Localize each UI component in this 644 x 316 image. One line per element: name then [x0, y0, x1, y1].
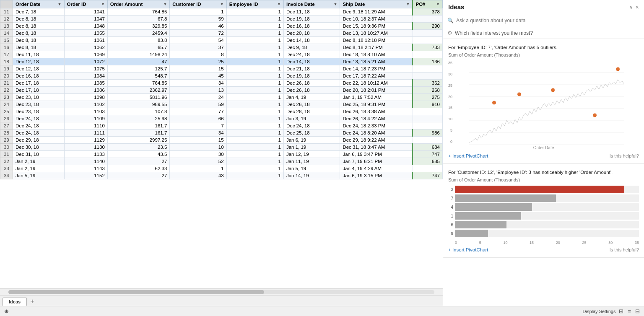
filter-icon-order-date[interactable]: ▼: [58, 2, 62, 6]
cell[interactable]: 1: [170, 8, 226, 16]
cell[interactable]: 268: [413, 87, 442, 94]
cell[interactable]: 25.98: [107, 115, 170, 122]
col-customer-id[interactable]: Customer ID▼: [170, 0, 226, 8]
cell[interactable]: 1: [226, 122, 283, 130]
cell[interactable]: Dec 14, 18: [283, 58, 340, 65]
cell[interactable]: Dec 24, 18: [13, 130, 65, 137]
cell[interactable]: Jan 5, 19: [283, 165, 340, 172]
cell[interactable]: Dec 26, 18 3:38 AM: [340, 108, 413, 115]
ideas-search-input[interactable]: [456, 18, 640, 23]
cell[interactable]: 764.85: [107, 8, 170, 16]
table-row[interactable]: 11Dec 7, 181041764.8511Dec 11, 18Dec 9, …: [0, 8, 443, 16]
table-row[interactable]: 25Dec 23, 181103107.8771Dec 28, 18Dec 26…: [0, 108, 443, 115]
cell[interactable]: 1: [226, 115, 283, 122]
cell[interactable]: 1: [226, 73, 283, 80]
ideas-fields-row[interactable]: ⚙ Which fields interest you the most?: [443, 27, 644, 39]
cell[interactable]: 1086: [64, 87, 107, 94]
cell[interactable]: 30: [170, 151, 226, 158]
cell[interactable]: 1048: [64, 23, 107, 30]
cell[interactable]: Dec 16, 18: [13, 73, 65, 80]
zoom-icon[interactable]: ⊟: [634, 308, 641, 314]
cell[interactable]: Dec 29, 18 9:22 AM: [340, 137, 413, 144]
cell[interactable]: Dec 24, 18 8:20 AM: [340, 130, 413, 137]
filter-icon-order-amount[interactable]: ▼: [163, 2, 167, 6]
cell[interactable]: 1: [226, 44, 283, 51]
cell[interactable]: Dec 26, 18: [283, 80, 340, 87]
cell[interactable]: Dec 13, 18 10:27 AM: [340, 30, 413, 37]
cell[interactable]: Dec 11, 18: [283, 8, 340, 16]
cell[interactable]: 52: [170, 158, 226, 165]
cell[interactable]: 378: [413, 8, 442, 16]
cell[interactable]: 62.33: [107, 165, 170, 172]
cell[interactable]: Dec 26, 18: [283, 87, 340, 94]
cell[interactable]: Dec 22, 18 10:12 AM: [340, 80, 413, 87]
cell[interactable]: 1: [226, 51, 283, 58]
cell[interactable]: 1: [226, 80, 283, 87]
cell[interactable]: 1: [226, 87, 283, 94]
grid-icon[interactable]: ⊞: [618, 308, 624, 314]
cell[interactable]: Jan 1, 19: [283, 144, 340, 151]
cell[interactable]: 362: [413, 80, 442, 87]
cell[interactable]: Dec 23, 18: [13, 94, 65, 101]
cell[interactable]: 1: [226, 137, 283, 144]
ideas-content[interactable]: For 'Employee ID: 7', 'Order Amount' has…: [443, 39, 644, 306]
cell[interactable]: 47: [107, 58, 170, 65]
cell[interactable]: Dec 14, 18: [283, 37, 340, 44]
cell[interactable]: 2362.97: [107, 87, 170, 94]
table-row[interactable]: 16Dec 8, 18106265.7371Dec 9, 18Dec 8, 18…: [0, 44, 443, 51]
col-invoice-date[interactable]: Invoice Date▼: [283, 0, 340, 8]
cell[interactable]: 34: [170, 130, 226, 137]
cell[interactable]: Dec 10, 18 2:37 AM: [340, 16, 413, 23]
cell[interactable]: Dec 25, 18: [283, 130, 340, 137]
ideas-close-button[interactable]: ×: [636, 4, 639, 10]
cell[interactable]: [413, 137, 442, 144]
cell[interactable]: 27: [107, 172, 170, 179]
cell[interactable]: 989.55: [107, 101, 170, 108]
cell[interactable]: 59: [170, 101, 226, 108]
cell[interactable]: Dec 8, 18 2:17 PM: [340, 44, 413, 51]
list-icon[interactable]: ≡: [627, 308, 632, 314]
table-row[interactable]: 13Dec 8, 181048329.85461Dec 16, 18Dec 15…: [0, 23, 443, 30]
cell[interactable]: Dec 8, 18: [13, 37, 65, 44]
table-row[interactable]: 34Jan 5, 19115227431Jan 14, 19Jan 6, 19 …: [0, 172, 443, 179]
table-row[interactable]: 27Dec 24, 181110161.771Dec 24, 18Dec 24,…: [0, 122, 443, 130]
cell[interactable]: Jan 14, 19: [283, 172, 340, 179]
horizontal-scrollbar[interactable]: [0, 288, 443, 295]
cell[interactable]: 1133: [64, 151, 107, 158]
cell[interactable]: Jan 5, 19: [13, 172, 65, 179]
cell[interactable]: 1061: [64, 37, 107, 44]
cell[interactable]: 1111: [64, 130, 107, 137]
cell[interactable]: Dec 17, 18 7:22 AM: [340, 73, 413, 80]
cell[interactable]: Dec 8, 18 12:18 PM: [340, 37, 413, 44]
col-order-amount[interactable]: Order Amount▼: [107, 0, 170, 8]
cell[interactable]: 15: [170, 137, 226, 144]
cell[interactable]: Dec 9, 18 11:29 AM: [340, 8, 413, 16]
cell[interactable]: 65.7: [107, 44, 170, 51]
cell[interactable]: 1: [226, 94, 283, 101]
cell[interactable]: 1: [226, 144, 283, 151]
cell[interactable]: 59: [170, 16, 226, 23]
table-row[interactable]: 33Jan 2, 19114362.3311Jan 5, 19Jan 4, 19…: [0, 165, 443, 172]
table-row[interactable]: 20Dec 16, 181084548.7451Dec 19, 18Dec 17…: [0, 73, 443, 80]
cell[interactable]: Jan 12, 19: [283, 151, 340, 158]
cell[interactable]: [413, 122, 442, 130]
cell[interactable]: Dec 31, 18: [13, 151, 65, 158]
col-order-date[interactable]: Order Date▼: [13, 0, 65, 8]
cell[interactable]: Dec 24, 18: [13, 115, 65, 122]
table-row[interactable]: 29Dec 29, 1811292997.25151Jan 6, 19Dec 2…: [0, 137, 443, 144]
cell[interactable]: 1041: [64, 8, 107, 16]
insert-pivotchart-btn-1[interactable]: + Insert PivotChart: [448, 153, 488, 158]
cell[interactable]: 24: [170, 94, 226, 101]
table-row[interactable]: 32Jan 2, 19114027521Jan 11, 19Jan 7, 19 …: [0, 158, 443, 165]
cell[interactable]: 77: [170, 108, 226, 115]
cell[interactable]: Dec 20, 18: [283, 30, 340, 37]
cell[interactable]: 1: [226, 108, 283, 115]
cell[interactable]: 986: [413, 130, 442, 137]
cell[interactable]: 5811.96: [107, 94, 170, 101]
filter-icon-invoice-date[interactable]: ▼: [334, 2, 338, 6]
cell[interactable]: 548.7: [107, 73, 170, 80]
cell[interactable]: Dec 30, 18: [13, 144, 65, 151]
cell[interactable]: Jan 4, 19 4:29 AM: [340, 165, 413, 172]
cell[interactable]: Jan 2, 19: [13, 158, 65, 165]
cell[interactable]: 1075: [64, 65, 107, 73]
